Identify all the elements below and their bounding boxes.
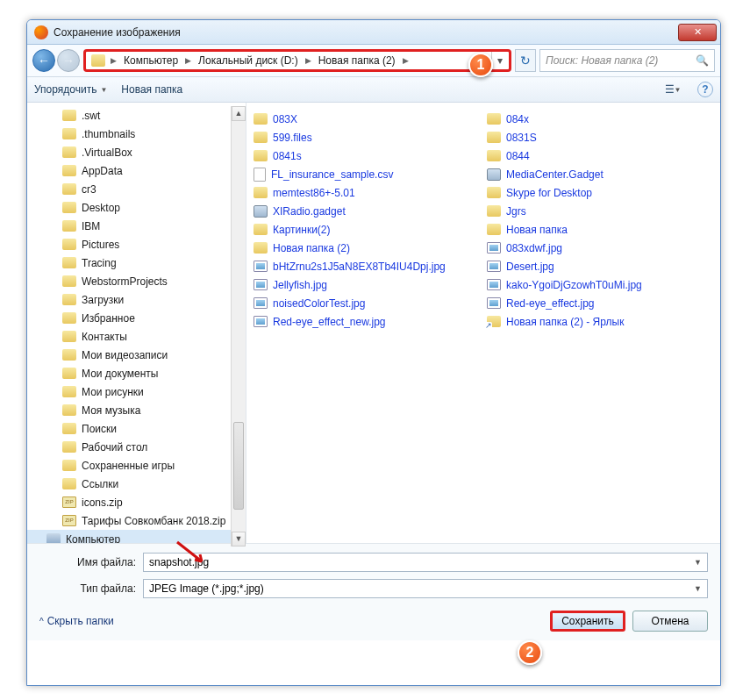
chevron-right-icon[interactable]: ▶ [304, 56, 313, 65]
filetype-select[interactable]: JPEG Image (*.jpg;*.jpg) ▼ [143, 579, 708, 598]
file-item[interactable]: 084x [483, 110, 717, 128]
tree-item[interactable]: Моя музыка [27, 401, 246, 419]
chevron-right-icon[interactable]: ▶ [109, 56, 118, 65]
folder-icon [62, 239, 76, 250]
file-item[interactable]: MediaCenter.Gadget [483, 165, 717, 183]
tree-item[interactable]: ZIPicons.zip [27, 493, 246, 511]
back-button[interactable]: ← [32, 49, 55, 72]
file-label: bHtZrnu2s1J5aN8EX8Tb4IU4Dpj.jpg [273, 261, 446, 273]
tree-item[interactable]: Загрузки [27, 290, 246, 309]
tree-item[interactable]: Мои документы [27, 364, 246, 382]
hide-folders-button[interactable]: ^ Скрыть папки [39, 615, 114, 627]
breadcrumb-folder[interactable]: Новая папка (2) [317, 54, 397, 67]
file-list[interactable]: 083X599.files0841sFL_insurance_sample.cs… [246, 103, 720, 543]
tree-scrollbar[interactable]: ▲ ▼ [231, 106, 246, 543]
file-item[interactable]: 083xdwf.jpg [483, 239, 717, 257]
file-item[interactable]: Новая папка [483, 220, 717, 239]
tree-item[interactable]: IBM [27, 217, 246, 235]
titlebar[interactable]: Сохранение изображения ✕ [27, 20, 720, 45]
file-item[interactable]: FL_insurance_sample.csv [250, 165, 483, 183]
breadcrumb-computer[interactable]: Компьютер [122, 54, 180, 67]
tree-item[interactable]: Избранное [27, 309, 246, 327]
file-item[interactable]: kako-YgoiDjGzowhT0uMi.jpg [483, 275, 717, 294]
close-button[interactable]: ✕ [678, 24, 717, 41]
file-item[interactable]: Skype for Desktop [483, 183, 717, 202]
folder-icon [487, 187, 501, 198]
tree-item-label: icons.zip [82, 496, 123, 509]
file-item[interactable]: Red-eye_effect.jpg [483, 294, 717, 312]
new-folder-button[interactable]: Новая папка [121, 83, 182, 96]
file-item[interactable]: 0831S [483, 128, 717, 146]
tree-item-label: Избранное [82, 312, 135, 325]
search-input[interactable]: Поиск: Новая папка (2) 🔍 [539, 49, 715, 72]
file-item[interactable]: 0844 [483, 146, 717, 165]
file-item[interactable]: memtest86+-5.01 [250, 183, 483, 202]
forward-button[interactable]: → [57, 49, 80, 72]
tree-item[interactable]: cr3 [27, 180, 246, 198]
tree-item[interactable]: Контакты [27, 327, 246, 346]
file-item[interactable]: Новая папка (2) [250, 239, 483, 257]
breadcrumb-drive[interactable]: Локальный диск (D:) [196, 54, 300, 67]
zip-icon: ZIP [62, 496, 76, 508]
chevron-right-icon[interactable]: ▶ [183, 56, 193, 65]
file-label: FL_insurance_sample.csv [271, 168, 393, 181]
file-item[interactable]: Jellyfish.jpg [250, 275, 483, 294]
address-dropdown[interactable]: ▾ [491, 52, 507, 69]
file-label: Новая папка (2) [273, 242, 350, 254]
tree-item[interactable]: Рабочий стол [27, 438, 246, 456]
img-icon [254, 261, 268, 272]
file-label: Jgrs [506, 205, 526, 218]
tree-item[interactable]: .swt [27, 106, 246, 125]
window-title: Сохранение изображения [54, 26, 678, 39]
tree-item[interactable]: WebstormProjects [27, 272, 246, 290]
file-item[interactable]: Новая папка (2) - Ярлык [483, 312, 717, 331]
file-label: 0844 [506, 150, 530, 162]
help-button[interactable]: ? [697, 82, 713, 97]
chevron-down-icon: ▼ [100, 86, 107, 94]
file-item[interactable]: bHtZrnu2s1J5aN8EX8Tb4IU4Dpj.jpg [250, 257, 483, 275]
file-label: 0841s [273, 150, 302, 162]
tree-item[interactable]: Сохраненные игры [27, 456, 246, 475]
refresh-button[interactable]: ↻ [515, 49, 536, 72]
file-item[interactable]: XIRadio.gadget [250, 202, 483, 220]
annotation-marker-1: 1 [468, 53, 493, 77]
file-item[interactable]: Картинки(2) [250, 220, 483, 239]
tree-item-label: Pictures [82, 239, 119, 251]
folder-tree[interactable]: ▲ ▼ .swt.thumbnails.VirtualBoxAppDatacr3… [27, 103, 246, 543]
save-button[interactable]: Сохранить [550, 611, 625, 632]
file-item[interactable]: 0841s [250, 146, 483, 165]
tree-item[interactable]: Desktop [27, 198, 246, 217]
file-item[interactable]: noisedColorTest.jpg [250, 294, 483, 312]
tree-item-label: Desktop [82, 202, 120, 214]
scroll-up-icon[interactable]: ▲ [232, 106, 246, 121]
organize-button[interactable]: Упорядочить ▼ [34, 83, 107, 96]
tree-item[interactable]: Компьютер [27, 530, 246, 543]
file-item[interactable]: 083X [250, 110, 483, 128]
file-label: 083X [273, 113, 297, 125]
tree-item[interactable]: .thumbnails [27, 125, 246, 143]
tree-item[interactable]: Мои видеозаписи [27, 346, 246, 364]
file-item[interactable]: Jgrs [483, 202, 717, 220]
file-label: Red-eye_effect_new.jpg [273, 316, 386, 328]
tree-item[interactable]: AppData [27, 161, 246, 180]
file-item[interactable]: 599.files [250, 128, 483, 146]
tree-item[interactable]: Pictures [27, 235, 246, 254]
tree-item[interactable]: Мои рисунки [27, 382, 246, 401]
folder-icon [62, 331, 76, 342]
cancel-button[interactable]: Отмена [632, 611, 708, 632]
view-button[interactable]: ☰▼ [662, 80, 683, 99]
chevron-right-icon[interactable]: ▶ [401, 56, 411, 65]
tree-item[interactable]: Поиски [27, 419, 246, 438]
tree-item[interactable]: Ссылки [27, 475, 246, 493]
filename-input[interactable]: snapshot.jpg ▼ [143, 553, 708, 572]
file-item[interactable]: Red-eye_effect_new.jpg [250, 312, 483, 331]
address-bar[interactable]: ▶ Компьютер ▶ Локальный диск (D:) ▶ Нова… [83, 49, 511, 72]
chevron-down-icon[interactable]: ▼ [694, 558, 702, 567]
tree-item[interactable]: ZIPТарифы Совкомбанк 2018.zip [27, 511, 246, 530]
scroll-down-icon[interactable]: ▼ [232, 532, 246, 543]
file-item[interactable]: Desert.jpg [483, 257, 717, 275]
scroll-thumb[interactable] [233, 422, 244, 510]
tree-item[interactable]: Tracing [27, 254, 246, 272]
tree-item[interactable]: .VirtualBox [27, 143, 246, 161]
chevron-down-icon[interactable]: ▼ [694, 584, 702, 593]
